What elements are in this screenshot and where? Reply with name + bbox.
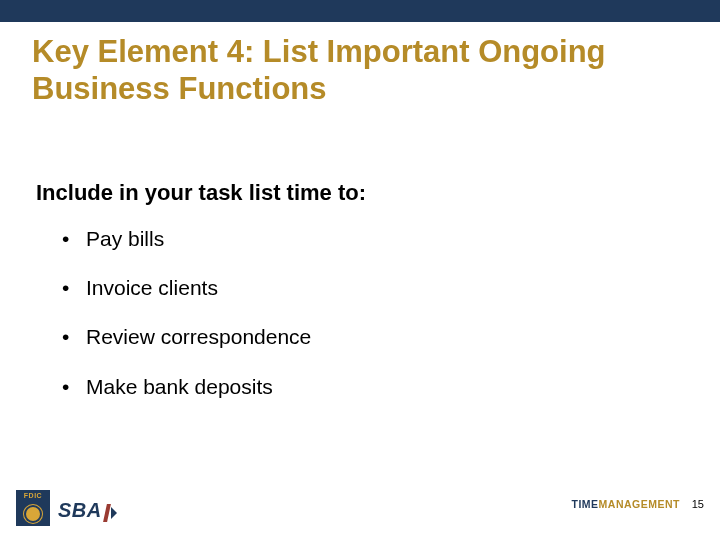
page-number: 15 [692, 498, 704, 510]
money-smart-icon [16, 502, 50, 526]
list-item: Make bank deposits [62, 374, 311, 399]
sba-text: SBA [58, 499, 102, 522]
sba-bar-icon [103, 504, 111, 522]
list-item: Pay bills [62, 226, 311, 251]
fdic-logo: FDIC [16, 490, 50, 526]
slide-title: Key Element 4: List Important Ongoing Bu… [32, 34, 688, 107]
footer-topic: TIMEMANAGEMENT [571, 498, 680, 510]
fdic-label: FDIC [16, 490, 50, 502]
slide-subtitle: Include in your task list time to: [36, 180, 366, 206]
slide: Key Element 4: List Important Ongoing Bu… [0, 0, 720, 540]
list-item: Invoice clients [62, 275, 311, 300]
sba-logo: SBA [58, 499, 117, 522]
bullet-list: Pay bills Invoice clients Review corresp… [62, 226, 311, 423]
footer: FDIC SBA TIMEMANAGEMENT 15 [0, 480, 720, 540]
sba-arrow-icon [111, 507, 117, 519]
footer-word-time: TIME [571, 498, 598, 510]
footer-word-management: MANAGEMENT [599, 498, 680, 510]
list-item: Review correspondence [62, 324, 311, 349]
header-bar [0, 0, 720, 22]
